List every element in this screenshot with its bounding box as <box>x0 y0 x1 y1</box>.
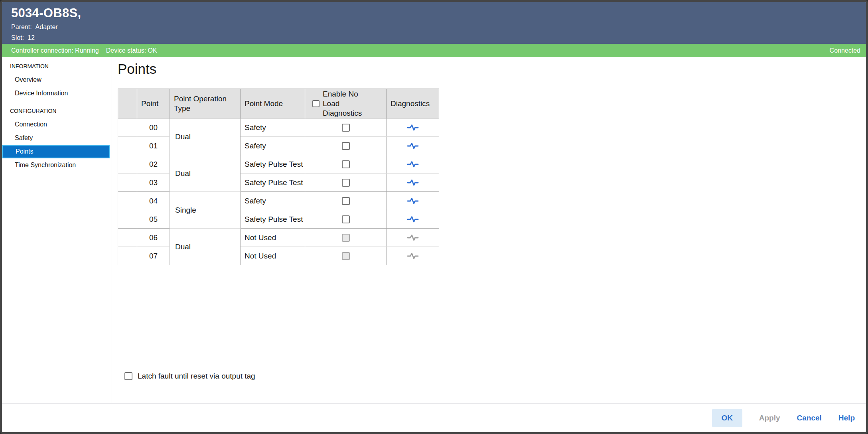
point-operation-type-cell: Single <box>170 192 241 229</box>
no-load-checkbox[interactable] <box>342 197 350 205</box>
no-load-checkbox[interactable] <box>342 215 350 223</box>
enable-no-load-cell <box>305 247 387 265</box>
sidebar-item-safety[interactable]: Safety <box>2 131 112 145</box>
table-row: 03Safety Pulse Test <box>118 174 439 192</box>
point-operation-type-cell: Dual <box>170 118 241 155</box>
module-title: 5034-OB8S, <box>11 6 866 20</box>
point-number-cell: 06 <box>137 229 170 247</box>
sidebar-item-device-information[interactable]: Device Information <box>2 87 112 100</box>
point-mode-cell: Safety <box>241 118 305 137</box>
point-mode-cell: Safety Pulse Test <box>241 174 305 192</box>
help-button[interactable]: Help <box>838 414 855 422</box>
row-selector-cell[interactable] <box>118 192 137 210</box>
row-selector-cell[interactable] <box>118 118 137 137</box>
configuration-section: CONFIGURATION Connection Safety Points T… <box>2 104 112 172</box>
diagnostics-cell <box>387 137 439 155</box>
table-header-row: Point Point Operation Type Point Mode En… <box>118 89 439 118</box>
table-row: 00DualSafety <box>118 118 439 137</box>
device-status: Device status: OK <box>106 47 157 54</box>
sidebar-item-connection[interactable]: Connection <box>2 118 112 131</box>
page-title: Points <box>118 61 156 77</box>
diagnostics-waveform-icon[interactable] <box>407 215 419 223</box>
enable-no-load-cell <box>305 155 387 174</box>
point-mode-cell: Safety <box>241 137 305 155</box>
dialog-footer: OK Apply Cancel Help <box>2 403 866 432</box>
diagnostics-waveform-icon[interactable] <box>407 179 419 187</box>
row-selector-cell[interactable] <box>118 137 137 155</box>
enable-no-load-cell <box>305 229 387 247</box>
diagnostics-waveform-icon <box>407 234 419 242</box>
apply-button[interactable]: Apply <box>759 414 780 422</box>
point-number-cell: 05 <box>137 210 170 229</box>
module-properties-dialog: 5034-OB8S, Parent:Adapter Slot:12 Contro… <box>0 0 868 434</box>
diagnostics-cell <box>387 118 439 137</box>
table-row: 06DualNot Used <box>118 229 439 247</box>
latch-fault-label: Latch fault until reset via output tag <box>138 372 255 381</box>
dialog-body: INFORMATION Overview Device Information … <box>2 57 866 403</box>
enable-no-load-header-checkbox[interactable] <box>312 100 320 107</box>
diagnostics-waveform-icon[interactable] <box>407 160 419 168</box>
category-sidebar: INFORMATION Overview Device Information … <box>2 57 112 403</box>
row-selector-cell[interactable] <box>118 247 137 265</box>
point-mode-column-header: Point Mode <box>241 89 305 118</box>
row-selector-cell[interactable] <box>118 174 137 192</box>
sidebar-item-overview[interactable]: Overview <box>2 73 112 87</box>
diagnostics-waveform-icon[interactable] <box>407 124 419 132</box>
points-table: Point Point Operation Type Point Mode En… <box>118 89 439 265</box>
diagnostics-cell <box>387 210 439 229</box>
sidebar-item-time-synchronization[interactable]: Time Synchronization <box>2 158 112 172</box>
section-label-configuration: CONFIGURATION <box>2 104 112 118</box>
point-operation-type-cell: Dual <box>170 155 241 192</box>
enable-no-load-column-header: Enable No Load Diagnostics <box>305 89 387 118</box>
table-row: 04SingleSafety <box>118 192 439 210</box>
status-bar: Controller connection: Running Device st… <box>2 44 866 57</box>
diagnostics-cell <box>387 192 439 210</box>
diagnostics-waveform-icon[interactable] <box>407 142 419 150</box>
section-label-information: INFORMATION <box>2 59 112 73</box>
enable-no-load-cell <box>305 174 387 192</box>
enable-no-load-cell <box>305 118 387 137</box>
enable-no-load-cell <box>305 210 387 229</box>
diagnostics-waveform-icon <box>407 252 419 260</box>
no-load-checkbox <box>342 252 350 260</box>
no-load-checkbox[interactable] <box>342 142 350 150</box>
point-mode-cell: Safety <box>241 192 305 210</box>
slot-line: Slot:12 <box>11 34 866 42</box>
no-load-checkbox[interactable] <box>342 179 350 187</box>
cancel-button[interactable]: Cancel <box>797 414 822 422</box>
diagnostics-waveform-icon[interactable] <box>407 197 419 205</box>
ok-button[interactable]: OK <box>712 409 742 427</box>
title-bar: 5034-OB8S, Parent:Adapter Slot:12 <box>2 2 866 44</box>
point-number-cell: 02 <box>137 155 170 174</box>
point-operation-type-column-header: Point Operation Type <box>170 89 241 118</box>
enable-no-load-cell <box>305 137 387 155</box>
diagnostics-cell <box>387 247 439 265</box>
table-row: 07Not Used <box>118 247 439 265</box>
point-mode-cell: Not Used <box>241 247 305 265</box>
point-number-cell: 00 <box>137 118 170 137</box>
connection-state: Connected <box>830 47 860 54</box>
latch-fault-checkbox[interactable] <box>124 372 132 380</box>
row-selector-cell[interactable] <box>118 155 137 174</box>
table-row: 05Safety Pulse Test <box>118 210 439 229</box>
row-selector-header <box>118 89 137 118</box>
table-row: 01Safety <box>118 137 439 155</box>
point-mode-cell: Safety Pulse Test <box>241 155 305 174</box>
latch-fault-row: Latch fault until reset via output tag <box>119 372 255 381</box>
slot-value: 12 <box>28 34 35 41</box>
point-operation-type-cell: Dual <box>170 229 241 265</box>
point-mode-cell: Safety Pulse Test <box>241 210 305 229</box>
no-load-checkbox[interactable] <box>342 160 350 168</box>
information-section: INFORMATION Overview Device Information <box>2 59 112 100</box>
controller-connection-status: Controller connection: Running <box>11 47 99 54</box>
no-load-checkbox[interactable] <box>342 124 350 132</box>
row-selector-cell[interactable] <box>118 210 137 229</box>
table-row: 02DualSafety Pulse Test <box>118 155 439 174</box>
row-selector-cell[interactable] <box>118 229 137 247</box>
enable-no-load-header-label: Enable No Load Diagnostics <box>323 89 376 118</box>
parent-label: Parent: <box>11 24 32 30</box>
sidebar-item-points[interactable]: Points <box>2 145 110 158</box>
diagnostics-column-header: Diagnostics <box>387 89 439 118</box>
parent-value: Adapter <box>36 24 58 30</box>
enable-no-load-cell <box>305 192 387 210</box>
